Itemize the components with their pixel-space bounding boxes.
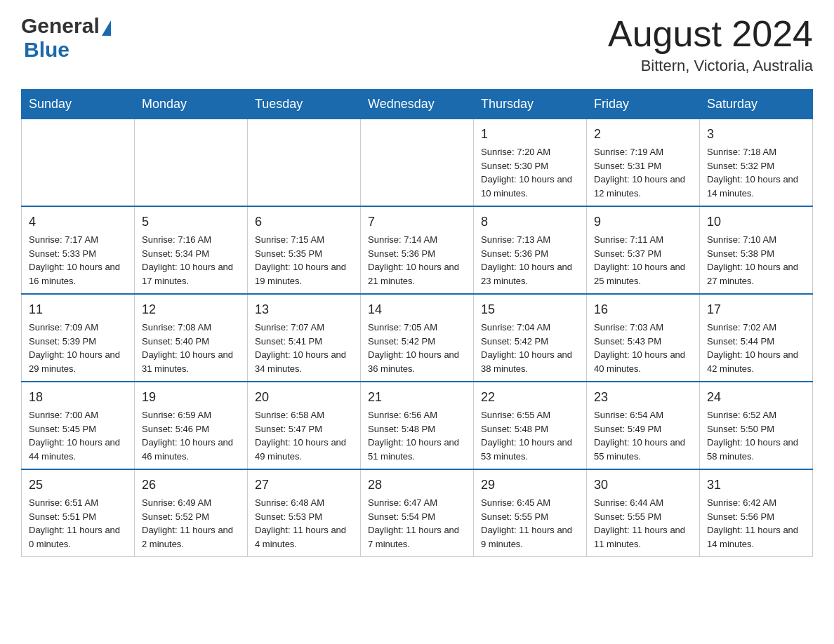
day-info: Sunrise: 7:10 AM: [707, 233, 805, 247]
day-info: Daylight: 10 hours and 29 minutes.: [29, 348, 127, 375]
day-info: Daylight: 11 hours and 7 minutes.: [368, 523, 466, 551]
day-info: Daylight: 10 hours and 16 minutes.: [29, 260, 127, 288]
day-info: Sunset: 5:42 PM: [368, 335, 466, 349]
calendar-cell: 3Sunrise: 7:18 AMSunset: 5:32 PMDaylight…: [700, 119, 813, 207]
day-info: Daylight: 10 hours and 46 minutes.: [142, 436, 240, 463]
calendar-day-header: Thursday: [474, 90, 587, 119]
calendar-cell: 8Sunrise: 7:13 AMSunset: 5:36 PMDaylight…: [474, 206, 587, 294]
day-info: Sunset: 5:47 PM: [255, 422, 353, 436]
calendar-week-row: 4Sunrise: 7:17 AMSunset: 5:33 PMDaylight…: [22, 206, 813, 294]
day-number: 29: [481, 476, 579, 495]
day-info: Sunset: 5:40 PM: [142, 335, 240, 349]
day-number: 2: [594, 125, 692, 144]
day-info: Daylight: 10 hours and 31 minutes.: [142, 348, 240, 375]
calendar-header-row: SundayMondayTuesdayWednesdayThursdayFrid…: [22, 90, 813, 119]
day-number: 30: [594, 476, 692, 495]
day-info: Daylight: 11 hours and 14 minutes.: [707, 523, 805, 551]
day-number: 28: [368, 476, 466, 495]
day-number: 27: [255, 476, 353, 495]
calendar-cell: 12Sunrise: 7:08 AMSunset: 5:40 PMDayligh…: [135, 294, 248, 382]
day-info: Sunset: 5:45 PM: [29, 422, 127, 436]
day-info: Sunset: 5:49 PM: [594, 422, 692, 436]
day-info: Sunrise: 7:00 AM: [29, 408, 127, 422]
day-info: Daylight: 10 hours and 40 minutes.: [594, 348, 692, 375]
calendar-cell: 24Sunrise: 6:52 AMSunset: 5:50 PMDayligh…: [700, 382, 813, 469]
day-info: Sunrise: 6:55 AM: [481, 408, 579, 422]
day-info: Sunrise: 7:04 AM: [481, 321, 579, 335]
day-info: Daylight: 10 hours and 51 minutes.: [368, 436, 466, 463]
day-info: Sunrise: 7:15 AM: [255, 233, 353, 247]
day-info: Sunrise: 6:59 AM: [142, 408, 240, 422]
calendar-day-header: Sunday: [22, 90, 135, 119]
calendar-cell: 14Sunrise: 7:05 AMSunset: 5:42 PMDayligh…: [361, 294, 474, 382]
day-info: Sunset: 5:51 PM: [29, 510, 127, 524]
calendar-day-header: Friday: [587, 90, 700, 119]
day-number: 15: [481, 300, 579, 319]
calendar-cell: 19Sunrise: 6:59 AMSunset: 5:46 PMDayligh…: [135, 382, 248, 469]
day-number: 20: [255, 388, 353, 407]
day-info: Sunrise: 7:08 AM: [142, 321, 240, 335]
day-info: Sunrise: 7:16 AM: [142, 233, 240, 247]
day-info: Sunrise: 7:09 AM: [29, 321, 127, 335]
day-info: Daylight: 10 hours and 19 minutes.: [255, 260, 353, 288]
day-info: Sunset: 5:31 PM: [594, 159, 692, 173]
day-info: Sunset: 5:37 PM: [594, 247, 692, 261]
day-info: Sunrise: 6:49 AM: [142, 496, 240, 510]
day-info: Daylight: 11 hours and 11 minutes.: [594, 523, 692, 551]
calendar-cell: 17Sunrise: 7:02 AMSunset: 5:44 PMDayligh…: [700, 294, 813, 382]
calendar-cell: 21Sunrise: 6:56 AMSunset: 5:48 PMDayligh…: [361, 382, 474, 469]
day-info: Sunset: 5:36 PM: [481, 247, 579, 261]
calendar-day-header: Monday: [135, 90, 248, 119]
day-number: 25: [29, 476, 127, 495]
day-number: 18: [29, 388, 127, 407]
calendar-cell: 20Sunrise: 6:58 AMSunset: 5:47 PMDayligh…: [248, 382, 361, 469]
day-info: Sunset: 5:48 PM: [368, 422, 466, 436]
day-info: Sunset: 5:41 PM: [255, 335, 353, 349]
day-number: 10: [707, 213, 805, 232]
logo-blue-text: Blue: [24, 38, 70, 61]
calendar-cell: 9Sunrise: 7:11 AMSunset: 5:37 PMDaylight…: [587, 206, 700, 294]
month-title: August 2024: [608, 14, 813, 54]
day-number: 22: [481, 388, 579, 407]
day-info: Sunset: 5:56 PM: [707, 510, 805, 524]
day-info: Sunrise: 7:14 AM: [368, 233, 466, 247]
day-info: Sunrise: 7:03 AM: [594, 321, 692, 335]
calendar-week-row: 18Sunrise: 7:00 AMSunset: 5:45 PMDayligh…: [22, 382, 813, 469]
day-info: Daylight: 10 hours and 49 minutes.: [255, 436, 353, 463]
day-info: Sunset: 5:44 PM: [707, 335, 805, 349]
day-info: Daylight: 10 hours and 21 minutes.: [368, 260, 466, 288]
day-number: 1: [481, 125, 579, 144]
day-number: 11: [29, 300, 127, 319]
day-info: Sunset: 5:52 PM: [142, 510, 240, 524]
page-header: General Blue August 2024 Bittern, Victor…: [21, 14, 813, 75]
day-info: Sunrise: 7:20 AM: [481, 145, 579, 159]
day-number: 12: [142, 300, 240, 319]
day-info: Sunrise: 7:19 AM: [594, 145, 692, 159]
calendar-cell: 27Sunrise: 6:48 AMSunset: 5:53 PMDayligh…: [248, 469, 361, 557]
day-info: Sunset: 5:48 PM: [481, 422, 579, 436]
day-number: 5: [142, 213, 240, 232]
calendar-cell: 6Sunrise: 7:15 AMSunset: 5:35 PMDaylight…: [248, 206, 361, 294]
day-number: 31: [707, 476, 805, 495]
location-subtitle: Bittern, Victoria, Australia: [608, 57, 813, 75]
logo-triangle-icon: [102, 20, 111, 36]
day-info: Sunrise: 6:44 AM: [594, 496, 692, 510]
calendar-cell: 7Sunrise: 7:14 AMSunset: 5:36 PMDaylight…: [361, 206, 474, 294]
calendar-cell: 18Sunrise: 7:00 AMSunset: 5:45 PMDayligh…: [22, 382, 135, 469]
day-number: 23: [594, 388, 692, 407]
calendar-cell: 2Sunrise: 7:19 AMSunset: 5:31 PMDaylight…: [587, 119, 700, 207]
day-number: 19: [142, 388, 240, 407]
day-info: Sunset: 5:32 PM: [707, 159, 805, 173]
day-number: 6: [255, 213, 353, 232]
day-info: Daylight: 10 hours and 23 minutes.: [481, 260, 579, 288]
calendar-day-header: Saturday: [700, 90, 813, 119]
day-info: Sunrise: 6:56 AM: [368, 408, 466, 422]
calendar-cell: 1Sunrise: 7:20 AMSunset: 5:30 PMDaylight…: [474, 119, 587, 207]
calendar-cell: 26Sunrise: 6:49 AMSunset: 5:52 PMDayligh…: [135, 469, 248, 557]
day-info: Daylight: 10 hours and 25 minutes.: [594, 260, 692, 288]
calendar-day-header: Tuesday: [248, 90, 361, 119]
day-number: 3: [707, 125, 805, 144]
day-info: Sunrise: 7:13 AM: [481, 233, 579, 247]
day-number: 14: [368, 300, 466, 319]
day-info: Sunset: 5:34 PM: [142, 247, 240, 261]
